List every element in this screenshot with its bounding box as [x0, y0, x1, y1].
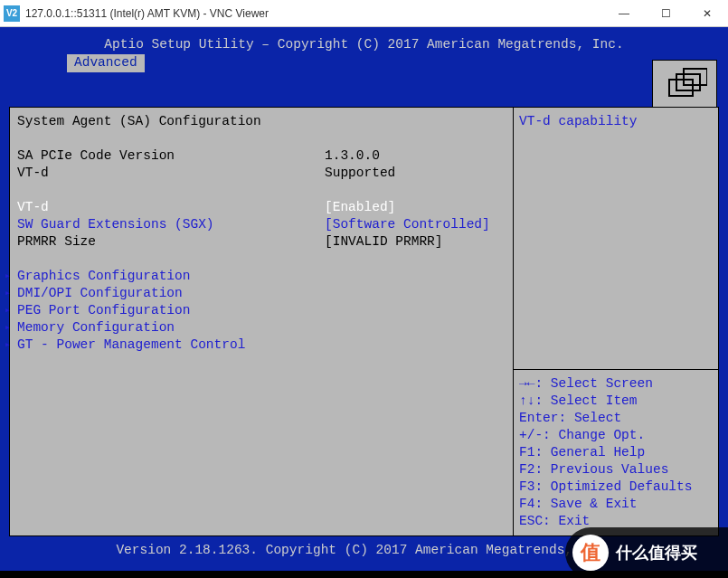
value-prmrr: [INVALID PRMRR]	[325, 233, 443, 251]
key-hint: F4: Save & Exit	[519, 496, 713, 513]
label-vtd-support: VT-d	[17, 165, 325, 182]
close-button[interactable]: ✕	[686, 0, 728, 27]
settings-panel: System Agent (SA) Configuration SA PCIe …	[9, 107, 513, 536]
bios-header: Aptio Setup Utility – Copyright (C) 2017…	[0, 27, 728, 54]
ami-logo	[652, 60, 717, 110]
value-sgx[interactable]: [Software Controlled]	[325, 216, 490, 233]
watermark-icon: 值	[572, 535, 609, 571]
option-prmrr[interactable]: PRMRR Size	[17, 233, 325, 251]
watermark-text: 什么值得买	[616, 542, 697, 564]
key-hint: Enter: Select	[519, 410, 713, 427]
minimize-button[interactable]: —	[603, 0, 645, 27]
key-hint: ↑↓: Select Item	[519, 393, 713, 410]
submenu-gt-power[interactable]: GT - Power Management Control	[17, 336, 245, 354]
divider	[514, 369, 718, 370]
key-hint: →←: Select Screen	[519, 375, 713, 393]
option-vtd[interactable]: VT-d	[17, 199, 325, 216]
key-hint: F3: Optimized Defaults	[519, 479, 713, 496]
submenu-memory[interactable]: Memory Configuration	[17, 319, 175, 336]
label-pcie-version: SA PCIe Code Version	[17, 147, 325, 165]
svg-rect-1	[676, 74, 700, 90]
key-hint: F1: General Help	[519, 444, 713, 461]
value-vtd[interactable]: [Enabled]	[325, 199, 395, 216]
tab-advanced[interactable]: Advanced	[67, 54, 145, 72]
option-sgx[interactable]: SW Guard Extensions (SGX)	[17, 216, 325, 233]
window-title: 127.0.0.1::51311 (Intel(r) AMT KVM) - VN…	[25, 7, 269, 20]
submenu-dmi[interactable]: DMI/OPI Configuration	[17, 285, 183, 302]
help-text: VT-d capability	[519, 113, 638, 130]
value-pcie-version: 1.3.0.0	[325, 147, 380, 165]
submenu-graphics[interactable]: Graphics Configuration	[17, 268, 190, 285]
tab-row: Advanced	[0, 54, 728, 72]
watermark: 值 什么值得买	[565, 527, 728, 578]
window-controls: — ☐ ✕	[603, 0, 728, 27]
maximize-button[interactable]: ☐	[645, 0, 686, 27]
page-title: System Agent (SA) Configuration	[17, 113, 261, 130]
app-icon: V2	[4, 5, 20, 22]
submenu-peg[interactable]: PEG Port Configuration	[17, 302, 190, 319]
help-panel: VT-d capability →←: Select Screen ↑↓: Se…	[513, 107, 719, 536]
bios-screen: Aptio Setup Utility – Copyright (C) 2017…	[0, 27, 728, 571]
key-hint: +/-: Change Opt.	[519, 427, 713, 444]
value-vtd-support: Supported	[325, 165, 395, 182]
key-hint: F2: Previous Values	[519, 461, 713, 479]
window-titlebar: V2 127.0.0.1::51311 (Intel(r) AMT KVM) -…	[0, 0, 728, 27]
svg-rect-0	[669, 80, 693, 96]
svg-rect-2	[684, 69, 707, 85]
